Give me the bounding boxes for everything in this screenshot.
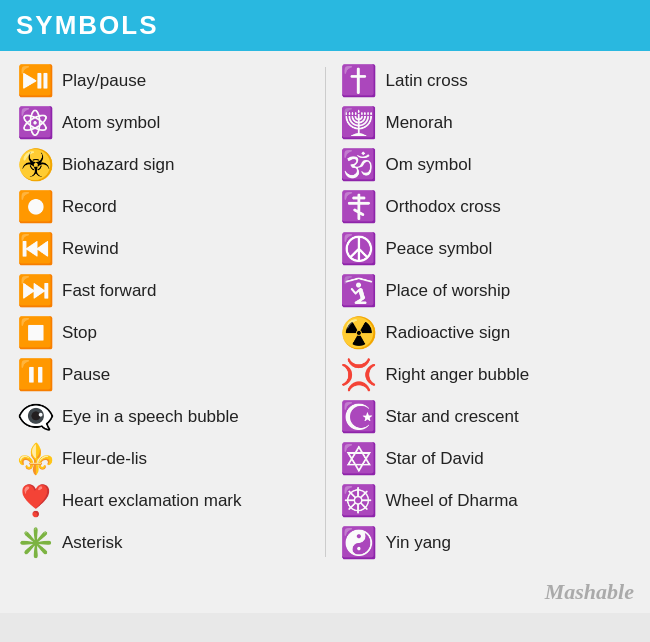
- symbol-emoji: ⚜️: [16, 444, 54, 474]
- list-item: ⏹️Stop: [10, 313, 317, 353]
- list-item: ✡️Star of David: [334, 439, 641, 479]
- symbol-label: Om symbol: [386, 155, 472, 175]
- symbol-emoji: ☪️: [340, 402, 378, 432]
- symbol-emoji: ☣️: [16, 150, 54, 180]
- mashable-logo: Mashable: [545, 579, 634, 605]
- list-item: 💢Right anger bubble: [334, 355, 641, 395]
- symbol-label: Star and crescent: [386, 407, 519, 427]
- list-item: 🛐Place of worship: [334, 271, 641, 311]
- footer: Mashable: [0, 573, 650, 613]
- list-item: ☯️Yin yang: [334, 523, 641, 563]
- content-area: ⏯️Play/pause⚛️Atom symbol☣️Biohazard sig…: [0, 51, 650, 573]
- list-item: ☮️Peace symbol: [334, 229, 641, 269]
- symbol-label: Peace symbol: [386, 239, 493, 259]
- symbol-label: Eye in a speech bubble: [62, 407, 239, 427]
- symbol-emoji: 👁️‍🗨️: [16, 402, 54, 432]
- symbol-label: Pause: [62, 365, 110, 385]
- list-item: ⚛️Atom symbol: [10, 103, 317, 143]
- symbol-label: Asterisk: [62, 533, 122, 553]
- list-item: ☦️Orthodox cross: [334, 187, 641, 227]
- symbol-label: Record: [62, 197, 117, 217]
- list-item: ✝️Latin cross: [334, 61, 641, 101]
- symbol-emoji: 🕉️: [340, 150, 378, 180]
- list-item: ☢️Radioactive sign: [334, 313, 641, 353]
- symbol-label: Fleur-de-lis: [62, 449, 147, 469]
- symbol-emoji: ⏸️: [16, 360, 54, 390]
- symbol-label: Stop: [62, 323, 97, 343]
- symbol-emoji: ☯️: [340, 528, 378, 558]
- symbol-label: Fast forward: [62, 281, 156, 301]
- symbol-emoji: ☢️: [340, 318, 378, 348]
- symbol-emoji: ❣️: [16, 486, 54, 516]
- symbol-emoji: ☸️: [340, 486, 378, 516]
- page-title: SYMBOLS: [16, 10, 159, 40]
- right-column: ✝️Latin cross🕎Menorah🕉️Om symbol☦️Orthod…: [334, 61, 641, 563]
- list-item: ⏮️Rewind: [10, 229, 317, 269]
- symbol-emoji: ✡️: [340, 444, 378, 474]
- symbol-emoji: 🛐: [340, 276, 378, 306]
- list-item: 🕉️Om symbol: [334, 145, 641, 185]
- header: SYMBOLS: [0, 0, 650, 51]
- symbol-emoji: ✳️: [16, 528, 54, 558]
- symbol-label: Yin yang: [386, 533, 452, 553]
- list-item: ⏺️Record: [10, 187, 317, 227]
- symbol-emoji: 🕎: [340, 108, 378, 138]
- symbol-emoji: ⏯️: [16, 66, 54, 96]
- main-container: SYMBOLS ⏯️Play/pause⚛️Atom symbol☣️Bioha…: [0, 0, 650, 613]
- list-item: ⏯️Play/pause: [10, 61, 317, 101]
- symbol-label: Radioactive sign: [386, 323, 511, 343]
- symbol-label: Star of David: [386, 449, 484, 469]
- symbol-label: Right anger bubble: [386, 365, 530, 385]
- symbol-label: Orthodox cross: [386, 197, 501, 217]
- list-item: ☪️Star and crescent: [334, 397, 641, 437]
- list-item: ⚜️Fleur-de-lis: [10, 439, 317, 479]
- symbol-emoji: ⚛️: [16, 108, 54, 138]
- list-item: ❣️Heart exclamation mark: [10, 481, 317, 521]
- symbol-label: Biohazard sign: [62, 155, 174, 175]
- symbol-label: Atom symbol: [62, 113, 160, 133]
- symbol-emoji: ☮️: [340, 234, 378, 264]
- symbol-emoji: ⏮️: [16, 234, 54, 264]
- symbol-label: Latin cross: [386, 71, 468, 91]
- symbol-label: Play/pause: [62, 71, 146, 91]
- symbol-emoji: 💢: [340, 360, 378, 390]
- symbol-emoji: ☦️: [340, 192, 378, 222]
- left-column: ⏯️Play/pause⚛️Atom symbol☣️Biohazard sig…: [10, 61, 317, 563]
- list-item: 👁️‍🗨️Eye in a speech bubble: [10, 397, 317, 437]
- symbol-emoji: ✝️: [340, 66, 378, 96]
- list-item: ☸️Wheel of Dharma: [334, 481, 641, 521]
- symbol-label: Place of worship: [386, 281, 511, 301]
- list-item: ✳️Asterisk: [10, 523, 317, 563]
- symbol-emoji: ⏹️: [16, 318, 54, 348]
- symbol-label: Heart exclamation mark: [62, 491, 242, 511]
- list-item: 🕎Menorah: [334, 103, 641, 143]
- symbol-label: Wheel of Dharma: [386, 491, 518, 511]
- symbol-label: Rewind: [62, 239, 119, 259]
- list-item: ⏸️Pause: [10, 355, 317, 395]
- column-divider: [325, 67, 326, 557]
- symbol-emoji: ⏺️: [16, 192, 54, 222]
- symbol-label: Menorah: [386, 113, 453, 133]
- list-item: ⏭️Fast forward: [10, 271, 317, 311]
- symbol-emoji: ⏭️: [16, 276, 54, 306]
- list-item: ☣️Biohazard sign: [10, 145, 317, 185]
